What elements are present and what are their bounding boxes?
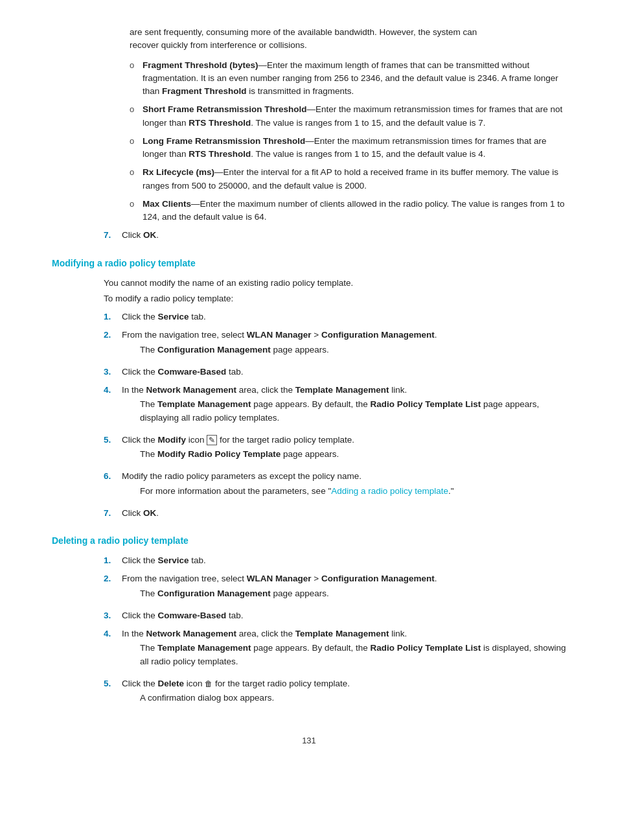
inline-bold: Configuration Management [321,330,435,340]
modify-step-4: 4. In the Network Management area, click… [104,384,566,428]
list-item: Long Frame Retransmission Threshold—Ente… [130,135,566,161]
delete-step-1: 1. Click the Service tab. [104,554,566,567]
modify-step-7: 7. Click OK. [104,507,566,520]
inline-bold: Comware-Based [158,611,227,620]
modify-step-2: 2. From the navigation tree, select WLAN… [104,329,566,360]
inline-bold: Configuration Management [157,345,271,355]
sub-para: The Modify Radio Policy Template page ap… [140,448,566,461]
step-number: 4. [104,627,122,672]
bullet-label: Max Clients [143,199,191,209]
sub-para: The Configuration Management page appear… [140,587,566,600]
step-number: 7. [104,507,122,520]
modify-intro2: To modify a radio policy template: [104,292,566,305]
list-item: Max Clients—Enter the maximum number of … [130,198,566,224]
list-item: Rx Lifecycle (ms)—Enter the interval for… [130,166,566,192]
step-number: 6. [104,470,122,502]
delete-icon: 🗑 [205,679,212,688]
step-text: From the navigation tree, select WLAN Ma… [122,329,566,360]
inline-bold: RTS Threshold [189,149,251,159]
step-text: From the navigation tree, select WLAN Ma… [122,572,566,604]
inline-bold: RTS Threshold [189,118,251,128]
page: are sent frequently, consuming more of t… [0,0,618,840]
section-heading-modify: Modifying a radio policy template [52,257,566,270]
delete-step-4: 4. In the Network Management area, click… [104,627,566,672]
inline-bold: Configuration Management [157,589,271,598]
delete-step-2: 2. From the navigation tree, select WLAN… [104,572,566,604]
delete-step-3: 3. Click the Comware-Based tab. [104,609,566,622]
step-number: 3. [104,609,122,622]
step-text: Modify the radio policy parameters as ex… [122,470,566,502]
inline-bold: Modify [158,435,187,445]
step-number: 3. [104,366,122,379]
list-item: Short Frame Retransmission Threshold—Ent… [130,103,566,130]
step-text: Click the Comware-Based tab. [122,366,566,379]
inline-bold: Radio Policy Template List [370,643,481,653]
delete-step-5: 5. Click the Delete icon 🗑 for the targe… [104,677,566,709]
inline-bold: Radio Policy Template List [370,399,481,409]
modify-icon: ✎ [207,435,217,445]
sub-para: The Template Management page appears. By… [140,642,566,668]
step-number: 1. [104,310,122,323]
inline-bold: Service [158,555,189,565]
inline-bold: Network Management [146,629,237,638]
inline-bold: Service [158,312,189,321]
inline-bold: Template Management [157,643,251,653]
inline-bold: Modify Radio Policy Template [157,449,280,459]
list-item: Fragment Threshold (bytes)—Enter the max… [130,59,566,99]
bullet-label: Rx Lifecycle (ms) [143,167,214,177]
modify-intro1: You cannot modify the name of an existin… [104,277,566,290]
inline-bold: Template Management [295,385,389,395]
step-number: 1. [104,554,122,567]
modify-step-1: 1. Click the Service tab. [104,310,566,323]
link-adding[interactable]: Adding a radio policy template [331,486,448,496]
inline-bold: WLAN Manager [247,574,312,583]
step-number: 4. [104,384,122,428]
inline-bold: Delete [158,679,185,688]
step-text: Click the Delete icon 🗑 for the target r… [122,677,566,709]
inline-bold: Template Management [157,399,251,409]
step-text: Click OK. [122,507,566,520]
sub-para: For more information about the parameter… [140,485,566,498]
page-number: 131 [52,734,566,747]
modify-step-5: 5. Click the Modify icon ✎ for the targe… [104,434,566,465]
inline-bold: OK [143,508,156,518]
step-text: Click the Service tab. [122,310,566,323]
section-heading-delete: Deleting a radio policy template [52,534,566,548]
modify-step-6: 6. Modify the radio policy parameters as… [104,470,566,502]
bullet-label: Long Frame Retransmission Threshold [143,136,305,146]
step-text: Click the Modify icon ✎ for the target r… [122,434,566,465]
step-text: Click the Service tab. [122,554,566,567]
bullet-list: Fragment Threshold (bytes)—Enter the max… [130,59,566,224]
step-7-ok-first: 7. Click OK. [104,229,566,242]
intro-text-line: are sent frequently, consuming more of t… [130,27,477,37]
sub-para: A confirmation dialog box appears. [140,692,566,705]
sub-para: The Configuration Management page appear… [140,344,566,356]
bullet-label: Short Frame Retransmission Threshold [143,104,307,114]
step-text: In the Network Management area, click th… [122,384,566,428]
modify-step-3: 3. Click the Comware-Based tab. [104,366,566,379]
inline-bold: Network Management [146,385,237,395]
intro-text-line2: recover quickly from interference or col… [130,40,307,50]
step-text: Click the Comware-Based tab. [122,609,566,622]
inline-bold: Comware-Based [158,367,227,377]
step-number: 2. [104,329,122,360]
step-number: 2. [104,572,122,604]
step-text: Click OK. [122,229,566,242]
step-number: 7. [104,229,122,242]
step-text: In the Network Management area, click th… [122,627,566,672]
inline-bold: Fragment Threshold [162,86,247,96]
inline-bold: WLAN Manager [247,330,312,340]
bullet-label: Fragment Threshold (bytes) [143,60,258,70]
sub-para: The Template Management page appears. By… [140,398,566,425]
inline-bold: OK [143,230,156,240]
step-number: 5. [104,434,122,465]
intro-paragraph: are sent frequently, consuming more of t… [130,26,566,52]
inline-bold: Template Management [295,629,389,638]
inline-bold: Configuration Management [321,574,435,583]
step-number: 5. [104,677,122,709]
